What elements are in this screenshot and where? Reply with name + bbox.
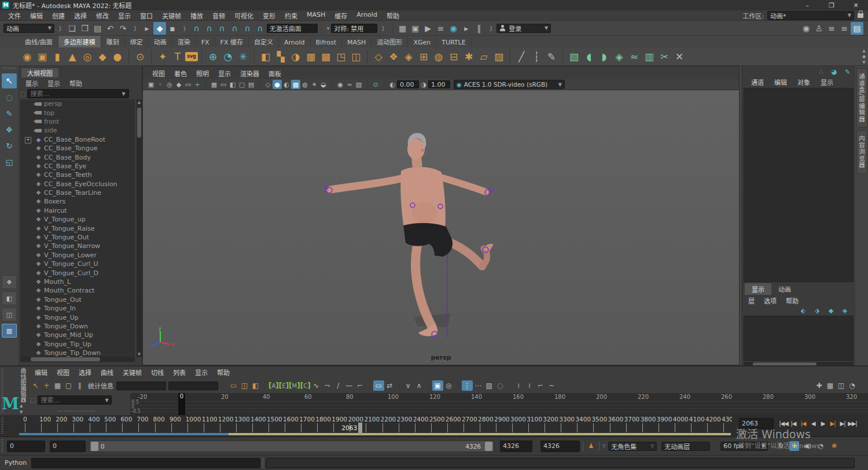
- gamma-icon[interactable]: ◑: [419, 80, 428, 89]
- four-pane-layout-button[interactable]: ◫: [2, 308, 17, 321]
- gamma-field[interactable]: [428, 80, 450, 88]
- menuset-select[interactable]: 动画▼: [3, 24, 54, 33]
- move-layer-down-icon[interactable]: ⬗: [813, 306, 821, 314]
- main-menu-item-2[interactable]: 创建: [47, 11, 69, 20]
- frame-selection-icon[interactable]: [E]: [279, 380, 289, 391]
- stats-field[interactable]: [168, 382, 218, 390]
- object-details-icon[interactable]: ◉: [800, 22, 812, 35]
- time-snap-icon[interactable]: ⋮: [462, 380, 473, 391]
- layer-editor-tab-0[interactable]: 显示: [745, 283, 771, 295]
- range-start-handle[interactable]: [91, 442, 98, 451]
- sidebar-vertical-tab-1[interactable]: 内容浏览器: [856, 130, 867, 174]
- graph-editor-menu-item-7[interactable]: 显示: [190, 368, 212, 377]
- snap-curve-icon[interactable]: ∩: [203, 22, 216, 35]
- crease-icon[interactable]: ▱: [476, 49, 491, 64]
- cut-uv-icon[interactable]: ✂: [657, 49, 672, 64]
- panel-drag-handle[interactable]: [1, 439, 3, 453]
- poly-disc-icon[interactable]: ●: [110, 49, 125, 64]
- command-input[interactable]: [31, 458, 260, 468]
- outliner-item-Mouth_Contract[interactable]: ❖Mouth_Contract: [20, 286, 135, 295]
- expand-icon[interactable]: +: [25, 137, 31, 143]
- symmetry-field[interactable]: [331, 24, 377, 33]
- main-menu-item-5[interactable]: 显示: [113, 11, 135, 20]
- textured-icon[interactable]: ▩: [291, 80, 300, 89]
- chevron-down-icon[interactable]: ▼: [122, 91, 125, 97]
- isolate-select-icon[interactable]: ⊙: [371, 80, 380, 89]
- linear-tangent-icon[interactable]: /: [333, 380, 344, 391]
- outliner-horizontal-scrollbar[interactable]: [20, 357, 135, 362]
- step-tangent-icon[interactable]: ⌐: [355, 380, 366, 391]
- outliner-item-Tongue_Tip_Down[interactable]: ❖Tongue_Tip_Down: [20, 349, 135, 357]
- unfold-uv-icon[interactable]: ≈: [627, 49, 642, 64]
- separate-icon[interactable]: ▚: [273, 49, 288, 64]
- channel-box-menu-item-1[interactable]: 编辑: [769, 77, 792, 87]
- outliner-persp-layout-button[interactable]: ▥: [2, 324, 17, 338]
- rotate-tool[interactable]: ↻: [2, 138, 17, 153]
- filter-icon[interactable]: ⬚: [20, 91, 25, 97]
- shelf-scroll-down-icon[interactable]: ▼: [862, 60, 865, 65]
- soft-select-icon[interactable]: ▤: [851, 22, 863, 35]
- exposure-icon[interactable]: ◐: [388, 80, 397, 89]
- frame-all-icon[interactable]: [A]: [269, 380, 279, 391]
- outliner-item-V_Tongue_Out[interactable]: ❖V_Tongue_Out: [20, 233, 135, 242]
- outliner-item-V_Tongue_Curl_U[interactable]: ❖V_Tongue_Curl_U: [20, 260, 135, 268]
- loop-icon[interactable]: ↻: [776, 441, 786, 451]
- edit-graph-icon[interactable]: ✎: [843, 68, 852, 76]
- main-menu-item-4[interactable]: 修改: [91, 11, 113, 20]
- combine-icon[interactable]: ◧: [258, 49, 273, 64]
- character-set-select[interactable]: 无角色集 ▽: [608, 442, 657, 451]
- boolean-icon[interactable]: ◫: [348, 49, 363, 64]
- new-layer-from-selected-icon[interactable]: ◈: [841, 306, 849, 314]
- scroll-up-icon[interactable]: ▲: [137, 100, 142, 105]
- create-curve-icon[interactable]: ╱: [514, 49, 529, 64]
- graph-editor-menu-item-4[interactable]: 关键帧: [118, 368, 146, 377]
- graph-playhead[interactable]: 0: [178, 393, 185, 415]
- ao-icon[interactable]: ◉: [336, 80, 345, 89]
- buffer-snapshot-icon[interactable]: ▭: [373, 380, 384, 391]
- exposure-field[interactable]: [397, 80, 419, 88]
- stacked-view-icon[interactable]: ◫: [239, 380, 250, 391]
- motion-blur-icon[interactable]: ≈: [345, 80, 354, 89]
- channel-bar-icon[interactable]: ≡: [838, 22, 851, 35]
- display-layer-bar-icon[interactable]: ≡: [825, 22, 838, 35]
- channel-box-menu-item-2[interactable]: 对象: [792, 77, 815, 87]
- lighting-icon[interactable]: ✶: [310, 80, 319, 89]
- outliner-item-CC_Base_Body[interactable]: ❖CC_Base_Body: [20, 153, 135, 161]
- bookmark-icon[interactable]: ◆: [174, 80, 183, 89]
- cylindrical-uv-icon[interactable]: ◖: [582, 49, 597, 64]
- time-slider-ruler[interactable]: 0100200300400500600700800900100011001200…: [17, 415, 732, 437]
- main-menu-item-14[interactable]: 缓存: [330, 11, 352, 20]
- channel-box-menu-item-0[interactable]: 通道: [746, 77, 769, 87]
- bevel-icon[interactable]: ⊞: [416, 49, 431, 64]
- graph-editor-menu-item-3[interactable]: 曲线: [96, 368, 118, 377]
- outliner-search-input[interactable]: [27, 89, 129, 98]
- step-forward-frame-button[interactable]: ▶|: [828, 418, 837, 428]
- render-settings-icon[interactable]: ≡: [435, 22, 447, 35]
- graph-editor-menu-item-8[interactable]: 帮助: [212, 368, 234, 377]
- poly-torus-icon[interactable]: ◎: [80, 49, 95, 64]
- use-default-material-icon[interactable]: ◍: [300, 80, 310, 89]
- shelf-tab-3[interactable]: 绑定: [125, 36, 149, 47]
- go-to-end-button[interactable]: ▶▶|: [848, 418, 857, 428]
- shelf-scroll-up-icon[interactable]: ▲: [862, 49, 865, 53]
- normalized-view-icon[interactable]: ◧: [250, 380, 261, 391]
- anim-preferences-icon[interactable]: ◔: [816, 441, 826, 451]
- main-menu-item-16[interactable]: 帮助: [382, 11, 404, 20]
- play-backwards-button[interactable]: ◀: [808, 418, 818, 428]
- new-empty-layer-icon[interactable]: ◆: [827, 306, 835, 314]
- viewport-menu-item-2[interactable]: 照明: [192, 69, 214, 78]
- new-scene-icon[interactable]: ❏: [66, 22, 79, 35]
- poly-sphere-icon[interactable]: ◉: [20, 49, 35, 64]
- splitter-handle[interactable]: [262, 458, 264, 468]
- workspace-select[interactable]: 动画* ▼: [767, 11, 854, 20]
- filter-icon[interactable]: ⬚: [30, 397, 35, 404]
- lasso-tool[interactable]: ◌: [2, 90, 17, 105]
- template-channel-icon[interactable]: ▨: [484, 380, 495, 391]
- step-back-frame-button[interactable]: |◀: [799, 418, 808, 428]
- play-forwards-button[interactable]: ▶: [818, 418, 827, 428]
- main-menu-item-7[interactable]: 关键帧: [157, 11, 186, 20]
- shelf-tab-2[interactable]: 雕刻: [101, 36, 125, 47]
- paint-select-tool[interactable]: ✎: [2, 106, 17, 121]
- shelf-tab-4[interactable]: 动画: [149, 36, 172, 47]
- outliner-item-persp[interactable]: persp: [20, 99, 135, 108]
